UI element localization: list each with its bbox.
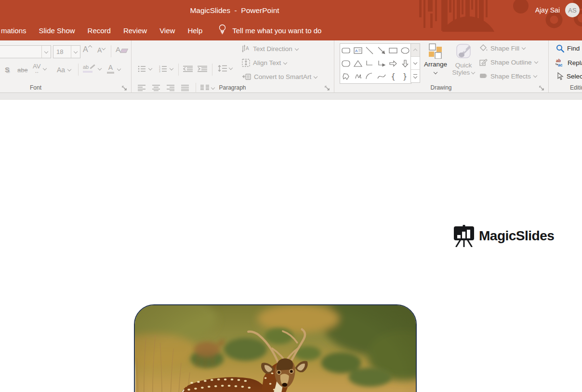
gallery-more-button[interactable] (411, 70, 420, 82)
decrease-indent-icon (183, 65, 193, 72)
font-size-combo[interactable]: 18 (53, 45, 80, 58)
convert-to-smartart-button[interactable]: Convert to SmartArt (242, 73, 317, 81)
align-text-icon (242, 59, 250, 67)
shape-right-arrow[interactable] (387, 57, 399, 70)
find-button[interactable]: Find (556, 44, 580, 52)
shape-arc[interactable] (364, 70, 375, 83)
replace-icon: ab ac (555, 58, 565, 67)
line-spacing-button[interactable] (218, 65, 232, 72)
clear-formatting-button[interactable]: A (116, 45, 127, 53)
editing-group: Find ab ac Replace Select Editing (548, 40, 582, 92)
shape-line[interactable] (364, 44, 375, 57)
line-spacing-icon (218, 65, 227, 72)
shapes-gallery: A (340, 43, 411, 84)
paint-bucket-icon (479, 44, 488, 52)
numbering-button[interactable]: 123 (159, 65, 173, 72)
menu-bar: mations Slide Show Record Review View He… (0, 20, 582, 40)
shape-right-brace[interactable]: } (399, 70, 411, 83)
shape-curve[interactable] (376, 70, 387, 83)
shape-elbow-connector[interactable] (364, 57, 375, 70)
search-icon (556, 44, 564, 52)
decrease-font-size-button[interactable]: A (97, 46, 105, 54)
shape-down-arrow[interactable] (399, 57, 411, 70)
drawing-group: A (334, 40, 549, 92)
slide-image-deer[interactable] (134, 304, 417, 392)
chevron-down-icon[interactable] (71, 46, 80, 58)
chevron-down-icon[interactable] (41, 46, 51, 58)
text-shadow-button[interactable]: S (5, 65, 10, 74)
easel-chart-icon (453, 225, 475, 247)
decrease-indent-button[interactable] (183, 65, 193, 72)
font-color-bar (107, 72, 114, 74)
editing-group-label: Editing (570, 84, 582, 91)
text-direction-button[interactable]: A Text Direction (242, 45, 298, 53)
shape-effects-button[interactable]: Shape Effects (479, 72, 537, 80)
shapes-gallery-scrollbar (410, 43, 420, 83)
shape-rectangle[interactable] (387, 44, 399, 57)
eraser-icon (120, 49, 128, 53)
shape-left-brace[interactable]: { (387, 70, 399, 83)
shape-elbow-arrow-connector[interactable] (376, 57, 387, 70)
strikethrough-button[interactable]: abe (17, 66, 28, 74)
gallery-scroll-up-button[interactable] (411, 44, 420, 57)
arrange-button[interactable]: Arrange (423, 43, 448, 87)
svg-text:A: A (246, 46, 249, 51)
tab-slide-show[interactable]: Slide Show (33, 20, 81, 40)
tab-record[interactable]: Record (81, 20, 117, 40)
replace-button[interactable]: ab ac Replace (555, 58, 582, 67)
ribbon: 18 A A A S abe AV ↔ Aa (0, 40, 582, 93)
increase-indent-button[interactable] (198, 65, 207, 72)
text-direction-icon: A (242, 45, 250, 53)
cursor-arrow-icon (556, 72, 564, 80)
font-name-combo[interactable] (0, 45, 51, 58)
tell-me-label: Tell me what you want to do (232, 26, 321, 35)
svg-text:3: 3 (159, 70, 160, 72)
slide-canvas[interactable]: MagicSlides (0, 100, 582, 392)
paragraph-dialog-launcher-icon[interactable] (325, 84, 331, 90)
ribbon-bottom-strip (0, 93, 582, 100)
shape-outline-button[interactable]: Shape Outline (479, 58, 538, 66)
numbered-list-icon: 123 (159, 65, 167, 72)
bullets-button[interactable] (138, 65, 152, 72)
quick-styles-button[interactable]: Quick Styles (450, 43, 476, 88)
shape-arrow[interactable] (376, 44, 387, 57)
increase-font-size-button[interactable]: A (83, 45, 92, 54)
tab-help[interactable]: Help (181, 20, 209, 40)
paragraph-group: 123 (131, 40, 334, 92)
smartart-icon (242, 73, 251, 81)
arrange-icon (428, 43, 443, 59)
shape-text-box[interactable]: A (352, 44, 364, 57)
highlight-color-bar (83, 71, 93, 73)
shape-rounded-rectangle[interactable] (340, 44, 352, 57)
drawing-group-label: Drawing (334, 84, 548, 91)
user-name: Ajay Sai (535, 6, 560, 14)
font-dialog-launcher-icon[interactable] (122, 84, 128, 90)
drawing-dialog-launcher-icon[interactable] (539, 84, 545, 90)
shape-rounded-rectangle-2[interactable] (340, 57, 352, 70)
gallery-scroll-down-button[interactable] (411, 57, 420, 70)
text-highlight-color-button[interactable]: ab (83, 65, 101, 73)
quick-styles-icon (455, 43, 472, 61)
align-text-button[interactable]: Align Text (242, 59, 287, 67)
change-case-button[interactable]: Aa (57, 66, 71, 74)
magicslides-logo[interactable]: MagicSlides (453, 225, 554, 247)
shape-freeform[interactable] (340, 70, 352, 83)
font-size-value: 18 (53, 48, 71, 55)
select-button[interactable]: Select (556, 72, 582, 80)
pencil-outline-icon (479, 58, 488, 66)
character-spacing-button[interactable]: AV ↔ (33, 64, 46, 74)
avatar[interactable]: AS (565, 3, 580, 17)
shape-scribble[interactable] (352, 70, 364, 83)
svg-text:A: A (355, 49, 358, 53)
shape-oval[interactable] (399, 44, 411, 57)
shape-isosceles-triangle[interactable] (352, 57, 364, 70)
font-group: 18 A A A S abe AV ↔ Aa (0, 40, 132, 92)
tell-me-box[interactable]: Tell me what you want to do (218, 24, 321, 37)
tab-animations-partial[interactable]: mations (0, 20, 33, 40)
logo-text: MagicSlides (479, 228, 554, 244)
font-color-button[interactable]: A (107, 65, 120, 74)
tab-review[interactable]: Review (117, 20, 153, 40)
svg-text:ac: ac (558, 63, 563, 67)
shape-fill-button[interactable]: Shape Fill (479, 44, 525, 52)
tab-view[interactable]: View (153, 20, 181, 40)
